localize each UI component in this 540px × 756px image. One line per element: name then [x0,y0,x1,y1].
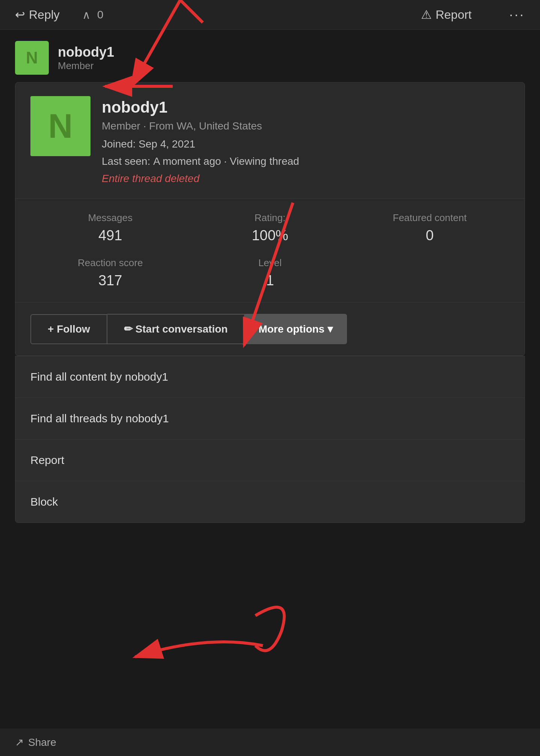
stat-messages: Messages 491 [30,212,190,244]
level-label: Level [190,257,350,269]
profile-subtitle: Member · From WA, United States [102,120,510,132]
featured-label: Featured content [350,212,510,224]
vote-section: ∧ 0 [82,8,104,21]
share-button[interactable]: ↗ Share [15,736,56,748]
stat-rating: Rating: 100% [190,212,350,244]
post-author-info: nobody1 Member [58,44,114,72]
profile-joined: Joined: Sep 4, 2021 [102,138,510,150]
avatar-large-letter: N [48,107,73,146]
profile-lastseen: Last seen: A moment ago · Viewing thread [102,155,510,167]
stats-section: Messages 491 Rating: 100% Featured conte… [15,199,525,303]
dropdown-item-find-content[interactable]: Find all content by nobody1 [15,356,525,398]
profile-username[interactable]: nobody1 [102,98,510,116]
thread-deleted-text: Entire thread deleted [102,173,510,185]
joined-label: Joined: [102,138,136,150]
start-conversation-button[interactable]: ✏ Start conversation [107,314,245,344]
report-label: Report [436,8,472,22]
avatar-small-letter: N [26,48,38,67]
level-value: 1 [190,273,350,289]
vote-count: 0 [97,8,104,21]
profile-header: N nobody1 Member · From WA, United State… [15,83,525,199]
more-button[interactable]: ··· [509,7,525,23]
stat-reaction: Reaction score 317 [30,257,190,289]
reply-button[interactable]: ↩ Reply [15,8,60,22]
profile-info: nobody1 Member · From WA, United States … [102,96,510,185]
follow-button[interactable]: + Follow [30,314,107,344]
action-buttons: + Follow ✏ Start conversation More optio… [15,303,525,355]
profile-card: N nobody1 Member · From WA, United State… [15,82,525,356]
dropdown-item-find-threads[interactable]: Find all threads by nobody1 [15,398,525,440]
report-icon: ⚠ [421,8,432,22]
profile-top-row: N nobody1 Member · From WA, United State… [30,96,510,185]
lastseen-label: Last seen: [102,155,150,167]
share-label: Share [28,736,56,748]
lastseen-value: A moment ago · Viewing thread [153,155,299,167]
avatar-small: N [15,41,49,75]
more-options-button[interactable]: More options ▾ [245,314,347,344]
messages-value: 491 [30,227,190,244]
dropdown-item-report[interactable]: Report [15,440,525,481]
reply-label: Reply [29,8,60,22]
stat-featured: Featured content 0 [350,212,510,244]
bottom-bar: ↗ Share [0,729,540,756]
rating-value: 100% [190,227,350,244]
post-author-name[interactable]: nobody1 [58,44,114,60]
avatar-large: N [30,96,91,156]
stat-level: Level 1 [190,257,350,289]
upvote-icon[interactable]: ∧ [82,8,91,21]
post-author-role: Member [58,60,114,72]
joined-value: Sep 4, 2021 [139,138,195,150]
messages-label: Messages [30,212,190,224]
featured-value: 0 [350,227,510,244]
report-button[interactable]: ⚠ Report [421,8,472,22]
dropdown-menu: Find all content by nobody1 Find all thr… [15,356,525,523]
rating-label: Rating: [190,212,350,224]
more-icon: ··· [509,7,525,22]
reply-icon: ↩ [15,8,25,22]
share-icon: ↗ [15,736,24,748]
reaction-label: Reaction score [30,257,190,269]
dropdown-item-block[interactable]: Block [15,481,525,523]
top-bar: ↩ Reply ∧ 0 ⚠ Report ··· [0,0,540,30]
post-author-row: N nobody1 Member [0,30,540,82]
reaction-value: 317 [30,273,190,289]
